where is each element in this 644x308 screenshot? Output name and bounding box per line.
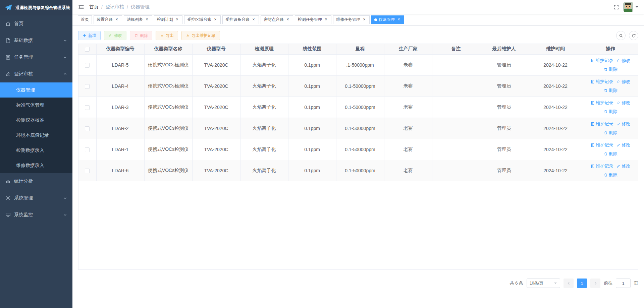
row-edit-link[interactable]: 修改 <box>616 58 630 64</box>
cell-model: TVA-2020C <box>192 54 240 75</box>
app-logo[interactable]: 泄漏检测与修复综合管理系统 <box>0 0 72 15</box>
fullscreen-icon[interactable] <box>613 4 619 10</box>
sidebar-item-system-mgmt[interactable]: 系统管理 <box>0 190 72 206</box>
sidebar-item-maintenance-data-entry[interactable]: 维修数据录入 <box>0 158 72 173</box>
close-icon[interactable]: × <box>175 17 179 22</box>
row-checkbox[interactable] <box>85 84 90 89</box>
select-all-checkbox[interactable] <box>85 47 90 52</box>
maintenance-record-link[interactable]: 维护记录 <box>591 163 613 169</box>
sidebar-item-register-audit[interactable]: 登记审核 <box>0 66 72 82</box>
row-checkbox[interactable] <box>85 147 90 152</box>
row-edit-link[interactable]: 修改 <box>616 121 630 127</box>
row-checkbox[interactable] <box>85 63 90 68</box>
cell-principle: 火焰离子化 <box>240 139 288 160</box>
tag-home[interactable]: 首页 <box>78 15 92 24</box>
toolbar: 新增 修改 删除 导出 导出维护记录 <box>78 31 638 40</box>
table-row[interactable]: LDAR-4 便携式VOCs检测仪 TVA-2020C 火焰离子化 0.1ppm… <box>78 75 638 97</box>
close-icon[interactable]: × <box>396 17 401 22</box>
goto-page-input[interactable] <box>616 279 631 288</box>
cell-manufacturer: 老赛 <box>384 97 432 118</box>
row-edit-link[interactable]: 修改 <box>616 79 630 85</box>
cell-actions: 维护记录 修改 删除 <box>583 139 638 160</box>
row-delete-link[interactable]: 删除 <box>604 109 618 115</box>
arrow-left-icon <box>567 282 571 285</box>
next-page-button[interactable] <box>590 279 600 288</box>
row-delete-link[interactable]: 删除 <box>604 66 618 72</box>
cell-code: LDAR-1 <box>96 139 144 160</box>
add-button[interactable]: 新增 <box>78 31 101 40</box>
sidebar-item-home[interactable]: 首页 <box>0 15 72 32</box>
link-label: 维护记录 <box>596 163 613 169</box>
search-toggle-button[interactable] <box>616 31 626 40</box>
tag-regulation-list[interactable]: 法规列表× <box>124 15 152 24</box>
refresh-button[interactable] <box>629 31 638 40</box>
breadcrumb-current: 仪器管理 <box>131 4 150 10</box>
row-delete-link[interactable]: 删除 <box>604 151 618 157</box>
row-checkbox[interactable] <box>85 169 90 173</box>
row-delete-link[interactable]: 删除 <box>604 172 618 178</box>
tag-seal-point-ledger[interactable]: 密封点台账× <box>261 15 293 24</box>
close-icon[interactable]: × <box>362 17 367 22</box>
maintenance-record-link[interactable]: 维护记录 <box>591 142 613 148</box>
checkbox-cell <box>78 160 96 181</box>
table-row[interactable]: LDAR-6 便携式VOCs检测仪 TVA-2020C 火焰离子化 0.1ppm… <box>78 160 638 181</box>
close-icon[interactable]: × <box>213 17 218 22</box>
close-icon[interactable]: × <box>324 17 328 22</box>
prev-page-button[interactable] <box>564 279 574 288</box>
row-checkbox[interactable] <box>85 105 90 110</box>
sidebar-item-env-baseline[interactable]: 环境本底值记录 <box>0 128 72 143</box>
sidebar-item-standard-gas[interactable]: 标准气体管理 <box>0 98 72 113</box>
toolbar-right <box>616 31 638 40</box>
tag-label: 受控区域台账 <box>187 17 211 22</box>
row-edit-link[interactable]: 修改 <box>616 163 630 169</box>
row-edit-link[interactable]: 修改 <box>616 142 630 148</box>
delete-button[interactable]: 删除 <box>130 31 152 40</box>
table-row[interactable]: LDAR-1 便携式VOCs检测仪 TVA-2020C 火焰离子化 0.1ppm… <box>78 139 638 160</box>
maintenance-record-link[interactable]: 维护记录 <box>591 58 613 64</box>
table-row[interactable]: LDAR-3 便携式VOCs检测仪 TVA-2020C 火焰离子化 0.1ppm… <box>78 97 638 118</box>
table-row[interactable]: LDAR-5 便携式VOCs检测仪 TVA-2020C 火焰离子化 0.1ppm… <box>78 54 638 75</box>
tag-repair-task-mgmt[interactable]: 维修任务管理× <box>333 15 370 24</box>
sidebar-collapse-icon[interactable] <box>78 4 85 10</box>
sidebar-item-instrument-mgmt[interactable]: 仪器管理 <box>0 82 72 98</box>
column-header: 仪器类型名称 <box>144 44 192 54</box>
close-icon[interactable]: × <box>114 17 119 22</box>
maintenance-record-link[interactable]: 维护记录 <box>591 79 613 85</box>
tag-instrument-mgmt[interactable]: 仪器管理× <box>371 15 404 24</box>
user-menu[interactable] <box>623 2 639 12</box>
tag-label: 密封点台账 <box>264 17 284 22</box>
edit-button[interactable]: 修改 <box>104 31 126 40</box>
arrow-right-icon <box>594 282 597 285</box>
sidebar-item-detection-data-entry[interactable]: 检测数据录入 <box>0 143 72 158</box>
maintenance-record-link[interactable]: 维护记录 <box>591 121 613 127</box>
export-maintenance-button[interactable]: 导出维护记录 <box>181 31 220 40</box>
sidebar-item-task-mgmt[interactable]: 任务管理 <box>0 49 72 66</box>
close-icon[interactable]: × <box>251 17 256 22</box>
link-label: 删除 <box>609 130 618 136</box>
breadcrumb-home[interactable]: 首页 <box>89 4 99 10</box>
tag-device-ledger[interactable]: 装置台账× <box>94 15 122 24</box>
cell-remark <box>432 139 480 160</box>
cell-maintain-time: 2024-10-22 <box>528 160 583 181</box>
row-checkbox[interactable] <box>85 126 90 131</box>
sidebar-item-system-monitor[interactable]: 系统监控 <box>0 206 72 223</box>
tag-detection-task-mgmt[interactable]: 检测任务管理× <box>295 15 331 24</box>
row-delete-link[interactable]: 删除 <box>604 130 618 136</box>
row-edit-link[interactable]: 修改 <box>616 100 630 106</box>
close-icon[interactable]: × <box>145 17 149 22</box>
row-delete-link[interactable]: 删除 <box>604 87 618 94</box>
table-row[interactable]: LDAR-2 便携式VOCs检测仪 TVA-2020C 火焰离子化 0.1ppm… <box>78 118 638 139</box>
tag-controlled-device-ledger[interactable]: 受控设备台账× <box>222 15 259 24</box>
tag-detection-plan[interactable]: 检测计划× <box>154 15 182 24</box>
export-button-label: 导出 <box>166 33 174 39</box>
sidebar-item-base-data[interactable]: 基础数据 <box>0 32 72 49</box>
export-button[interactable]: 导出 <box>156 31 178 40</box>
sidebar-item-statistics[interactable]: 统计分析 <box>0 173 72 190</box>
tag-controlled-area-ledger[interactable]: 受控区域台账× <box>184 15 221 24</box>
page-content: 新增 修改 删除 导出 导出维护记录 <box>72 25 644 308</box>
close-icon[interactable]: × <box>285 17 290 22</box>
page-number-1[interactable]: 1 <box>577 279 587 288</box>
sidebar-item-instrument-calibration[interactable]: 检测仪器校准 <box>0 113 72 128</box>
page-size-select[interactable]: 10条/页 <box>527 279 560 288</box>
maintenance-record-link[interactable]: 维护记录 <box>591 100 613 106</box>
